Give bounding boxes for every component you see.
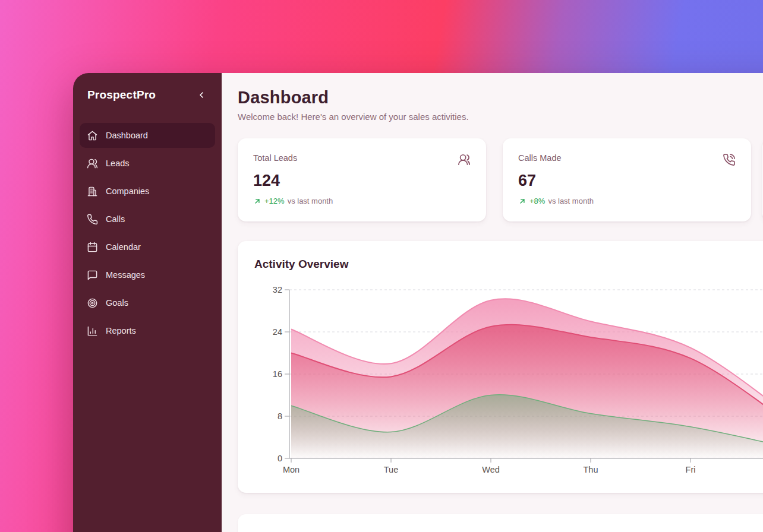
stat-value: 67	[518, 172, 736, 190]
home-icon	[87, 130, 98, 141]
stat-card-calls-made: Calls Made 67 +8% vs last month	[503, 138, 751, 221]
sidebar-item-calls[interactable]: Calls	[80, 207, 215, 232]
stat-value: 124	[253, 172, 471, 190]
activity-area-chart: 08162432MonTueWedThuFri	[254, 285, 763, 476]
svg-text:32: 32	[273, 285, 282, 294]
message-square-icon	[87, 270, 98, 281]
sidebar-item-leads[interactable]: Leads	[80, 151, 215, 176]
sidebar-item-label: Calendar	[106, 242, 141, 252]
sidebar: ProspectPro Dashboard Leads	[73, 73, 222, 532]
page-subtitle: Welcome back! Here's an overview of your…	[238, 112, 763, 122]
sidebar-item-label: Goals	[106, 298, 128, 308]
sidebar-item-label: Companies	[106, 186, 149, 196]
phone-icon	[87, 214, 98, 225]
building-icon	[87, 186, 98, 197]
chart-title: Activity Overview	[254, 258, 763, 271]
sidebar-item-reports[interactable]: Reports	[80, 318, 215, 343]
svg-text:24: 24	[273, 327, 282, 337]
svg-text:8: 8	[278, 411, 282, 421]
sidebar-nav: Dashboard Leads Companies Calls	[73, 123, 222, 343]
sidebar-item-label: Calls	[106, 214, 125, 224]
target-icon	[87, 297, 98, 309]
svg-text:Fri: Fri	[686, 465, 696, 474]
stat-label: Calls Made	[518, 153, 562, 163]
app-window: ProspectPro Dashboard Leads	[73, 73, 763, 532]
sidebar-item-calendar[interactable]: Calendar	[80, 235, 215, 259]
sidebar-item-companies[interactable]: Companies	[80, 179, 215, 204]
sidebar-header: ProspectPro	[73, 88, 222, 102]
sidebar-collapse-button[interactable]	[197, 90, 206, 100]
sidebar-item-label: Reports	[106, 326, 136, 335]
trend-suffix: vs last month	[288, 197, 333, 205]
sidebar-item-dashboard[interactable]: Dashboard	[80, 123, 215, 148]
bottom-card-clipped	[238, 514, 763, 532]
sidebar-item-goals[interactable]: Goals	[80, 290, 215, 315]
arrow-up-right-icon	[518, 197, 526, 205]
svg-text:Mon: Mon	[283, 465, 299, 474]
stat-trend: +12% vs last month	[253, 197, 471, 205]
svg-text:16: 16	[273, 369, 282, 379]
phone-call-icon	[723, 153, 736, 166]
stat-card-total-leads: Total Leads 124 +12% vs last month	[238, 138, 486, 221]
sidebar-item-messages[interactable]: Messages	[80, 262, 215, 287]
trend-percentage: +8%	[529, 197, 545, 205]
sidebar-item-label: Leads	[106, 159, 130, 168]
page-title: Dashboard	[238, 88, 763, 107]
activity-overview-card: Activity Overview 08162432MonTueWedThuFr…	[238, 241, 763, 493]
app-logo: ProspectPro	[87, 88, 156, 102]
users-icon	[458, 153, 471, 166]
users-icon	[87, 158, 98, 169]
calendar-icon	[87, 242, 98, 253]
chevron-left-icon	[197, 90, 206, 100]
trend-suffix: vs last month	[548, 197, 594, 205]
main-content: Dashboard Welcome back! Here's an overvi…	[222, 73, 763, 532]
svg-text:Tue: Tue	[384, 465, 398, 474]
bar-chart-icon	[87, 325, 98, 337]
svg-text:0: 0	[278, 454, 282, 463]
svg-text:Wed: Wed	[482, 465, 500, 474]
arrow-up-right-icon	[253, 197, 261, 205]
stat-cards-row: Total Leads 124 +12% vs last month Calls	[238, 138, 763, 221]
trend-percentage: +12%	[264, 197, 285, 205]
stat-label: Total Leads	[253, 153, 297, 163]
stat-trend: +8% vs last month	[518, 197, 736, 205]
svg-text:Thu: Thu	[584, 465, 598, 474]
sidebar-item-label: Dashboard	[106, 131, 148, 140]
desktop-background: { "app": { "name": "ProspectPro", "colla…	[0, 0, 763, 532]
sidebar-item-label: Messages	[106, 270, 145, 280]
